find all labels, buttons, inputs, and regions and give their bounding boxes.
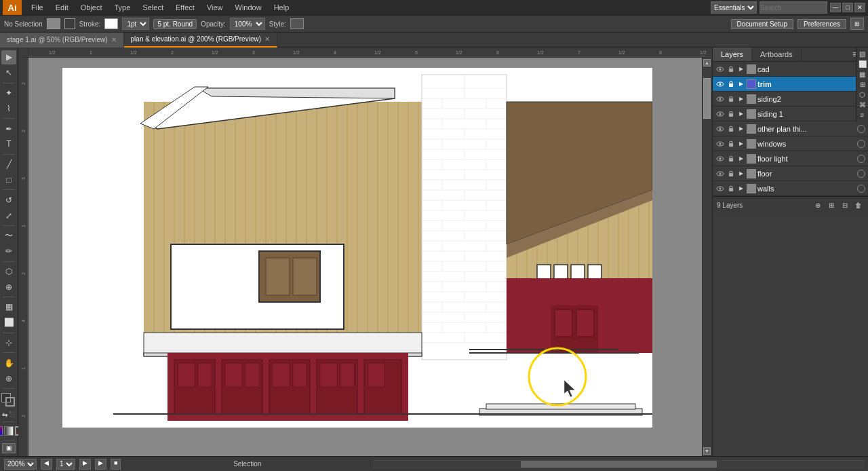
layer-floor-target[interactable] bbox=[857, 170, 865, 178]
stroke-options-icon[interactable] bbox=[64, 18, 75, 29]
gradient-icon[interactable] bbox=[4, 426, 14, 436]
minimize-button[interactable]: — bbox=[830, 3, 841, 12]
swap-icon[interactable]: ⇆ bbox=[2, 411, 7, 419]
stroke-swatch-options[interactable] bbox=[104, 18, 118, 29]
blend-tool[interactable]: ⬡ bbox=[1, 264, 16, 278]
artboards-tab[interactable]: Artboards bbox=[752, 48, 802, 61]
layer-floor-light-target[interactable] bbox=[857, 155, 865, 163]
layer-trim-expand[interactable]: ▶ bbox=[737, 80, 745, 88]
layer-walls-target[interactable] bbox=[857, 185, 865, 193]
graph-tool[interactable]: ▦ bbox=[1, 300, 16, 314]
layer-siding1-visibility[interactable] bbox=[715, 109, 725, 119]
stroke-weight-select[interactable]: 1pt bbox=[122, 18, 149, 30]
layer-cad-expand[interactable]: ▶ bbox=[737, 65, 745, 73]
preferences-button[interactable]: Preferences bbox=[797, 19, 846, 29]
warp-tool[interactable]: 〜 bbox=[1, 229, 16, 243]
menu-select[interactable]: Select bbox=[137, 2, 169, 13]
maximize-button[interactable]: □ bbox=[842, 3, 853, 12]
arrange-icon[interactable]: ⊞ bbox=[850, 18, 864, 30]
rectangle-tool[interactable]: □ bbox=[1, 173, 16, 187]
canvas-container[interactable]: 1/2 1 1/2 2 1/2 3 1/2 4 1/2 5 1/2 6 1/2 … bbox=[18, 48, 712, 456]
layer-floor[interactable]: ▶ floor bbox=[713, 166, 868, 181]
layer-other-plan[interactable]: ▶ other plan thi... bbox=[713, 121, 868, 136]
layer-siding1-expand[interactable]: ▶ bbox=[737, 110, 745, 118]
layer-trim[interactable]: ▶ trim bbox=[713, 77, 868, 92]
tab-stage1[interactable]: stage 1.ai @ 50% (RGB/Preview) ✕ bbox=[0, 33, 124, 48]
layer-trim-visibility[interactable] bbox=[715, 79, 725, 89]
play-button[interactable]: ▶ bbox=[95, 459, 106, 470]
layer-windows[interactable]: ▶ windows bbox=[713, 136, 868, 151]
pen-tool[interactable]: ✒ bbox=[1, 121, 16, 136]
layer-floor-light-expand[interactable]: ▶ bbox=[737, 155, 745, 163]
symbol-tool[interactable]: ⊕ bbox=[1, 280, 16, 294]
type-tool[interactable]: T bbox=[1, 137, 16, 151]
scale-tool[interactable]: ⤢ bbox=[1, 208, 16, 223]
hand-tool[interactable]: ✋ bbox=[1, 356, 16, 370]
layer-siding2-visibility[interactable] bbox=[715, 94, 725, 104]
layer-cad-lock[interactable] bbox=[726, 64, 736, 74]
document-setup-button[interactable]: Document Setup bbox=[731, 19, 794, 29]
direct-selection-tool[interactable]: ↖ bbox=[1, 66, 16, 80]
lasso-tool[interactable]: ⌇ bbox=[1, 101, 16, 115]
menu-file[interactable]: File bbox=[26, 2, 49, 13]
fill-swatch-options[interactable] bbox=[47, 18, 60, 29]
layer-siding2-expand[interactable]: ▶ bbox=[737, 95, 745, 103]
layer-floor-light[interactable]: ▶ floor light bbox=[713, 151, 868, 166]
menu-edit[interactable]: Edit bbox=[50, 2, 74, 13]
layer-panel-icon2[interactable]: ⊞ bbox=[826, 200, 837, 210]
close-button[interactable]: ✕ bbox=[854, 3, 865, 12]
layer-trim-lock[interactable] bbox=[726, 79, 736, 89]
page-select[interactable]: 1 bbox=[56, 459, 75, 470]
layer-floor-expand[interactable]: ▶ bbox=[737, 170, 745, 178]
layer-other-plan-visibility[interactable] bbox=[715, 124, 725, 134]
prev-page-button[interactable]: ◀ bbox=[41, 459, 52, 470]
layers-tab[interactable]: Layers bbox=[713, 48, 752, 61]
tab-elevation[interactable]: plan & elevation.ai @ 200% (RGB/Preview)… bbox=[124, 33, 277, 48]
layer-siding2[interactable]: ▶ siding2 bbox=[713, 92, 868, 107]
slice-tool[interactable]: ⊹ bbox=[1, 336, 16, 350]
layer-cad[interactable]: ▶ cad bbox=[713, 62, 868, 77]
layer-other-plan-expand[interactable]: ▶ bbox=[737, 125, 745, 133]
layer-windows-visibility[interactable] bbox=[715, 139, 725, 149]
layer-siding2-lock[interactable] bbox=[726, 94, 736, 104]
layer-windows-target[interactable] bbox=[857, 140, 865, 148]
layer-siding1[interactable]: ▶ siding 1 bbox=[713, 107, 868, 121]
panel-icon-3[interactable]: ▦ bbox=[859, 71, 865, 78]
magic-wand-tool[interactable]: ✦ bbox=[1, 86, 16, 100]
layer-floor-visibility[interactable] bbox=[715, 169, 725, 178]
panel-icon-1[interactable]: ▧ bbox=[859, 50, 865, 58]
canvas-area[interactable] bbox=[28, 58, 702, 456]
layer-walls[interactable]: ▶ walls bbox=[713, 181, 868, 196]
panel-icon-4[interactable]: ⊞ bbox=[860, 81, 865, 88]
pt-round-badge[interactable]: 5 pt. Round bbox=[153, 19, 197, 29]
selection-tool[interactable]: ▶ bbox=[1, 50, 16, 64]
eyedropper-tool[interactable]: ✏ bbox=[1, 244, 16, 259]
next-page-button[interactable]: ▶ bbox=[79, 459, 91, 470]
vertical-scrollbar[interactable]: ▲ ▼ bbox=[702, 58, 712, 456]
zoom-select[interactable]: 200% 100% 50% bbox=[4, 459, 37, 470]
rotate-tool[interactable]: ↺ bbox=[1, 193, 16, 207]
essentials-dropdown[interactable]: Essentials bbox=[711, 1, 757, 14]
layer-floor-light-visibility[interactable] bbox=[715, 154, 725, 164]
delete-layer-icon[interactable]: 🗑 bbox=[853, 200, 864, 210]
layer-walls-lock[interactable] bbox=[726, 184, 736, 193]
style-swatch[interactable] bbox=[290, 18, 304, 29]
stop-button[interactable]: ■ bbox=[111, 459, 121, 470]
layer-windows-expand[interactable]: ▶ bbox=[737, 140, 745, 148]
layer-floor-lock[interactable] bbox=[726, 169, 736, 178]
layer-floor-light-lock[interactable] bbox=[726, 154, 736, 164]
menu-view[interactable]: View bbox=[201, 2, 229, 13]
layer-panel-icon3[interactable]: ⊟ bbox=[840, 200, 850, 210]
screen-mode-button[interactable]: ▣ bbox=[2, 443, 16, 453]
line-tool[interactable]: ╱ bbox=[1, 157, 16, 172]
fill-stroke-swatches[interactable] bbox=[1, 393, 16, 407]
menu-window[interactable]: Window bbox=[230, 2, 267, 13]
tab-stage1-close[interactable]: ✕ bbox=[111, 36, 117, 43]
search-input[interactable] bbox=[760, 1, 827, 14]
menu-effect[interactable]: Effect bbox=[170, 2, 200, 13]
layer-siding1-lock[interactable] bbox=[726, 109, 736, 119]
horizontal-scrollbar[interactable] bbox=[374, 460, 864, 468]
panel-icon-6[interactable]: ⌘ bbox=[859, 101, 866, 109]
menu-help[interactable]: Help bbox=[269, 2, 295, 13]
layer-other-plan-target[interactable] bbox=[857, 125, 865, 133]
